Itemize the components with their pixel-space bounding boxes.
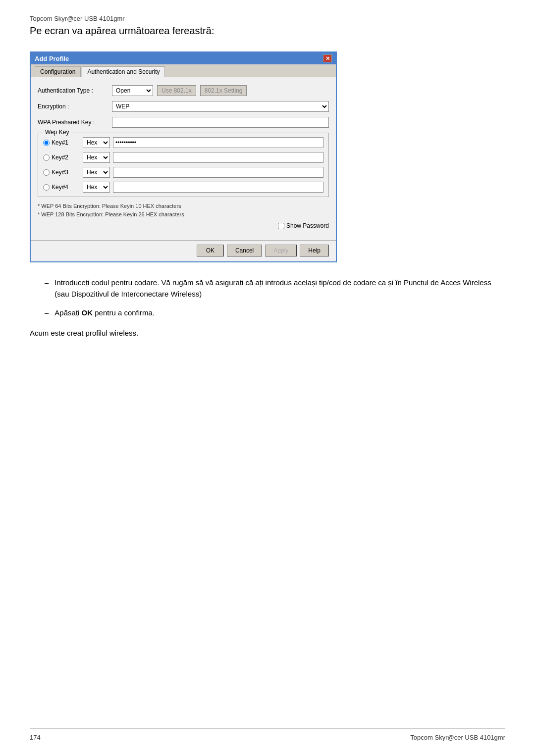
help-button[interactable]: Help [300,245,329,256]
key3-type-select[interactable]: Hex ASCII [83,167,110,178]
bullet-text-2: Apăsați OK pentru a confirma. [54,307,155,319]
encryption-label: Encryption : [38,103,112,110]
encryption-controls: WEP None TKIP AES [112,101,329,112]
wpa-label: WPA Preshared Key : [38,119,112,126]
wep-group-legend: Wep Key [43,129,71,136]
use-802x-button[interactable]: Use 802.1x [157,85,196,96]
page-footer: 174 Topcom Skyr@cer USB 4101gmr [30,728,505,741]
wep-key4-row: Key#4 Hex ASCII [43,182,323,193]
auth-type-select[interactable]: Open Shared WPA-PSK [112,85,153,96]
footer-page-number: 174 [30,734,41,741]
dialog-tabs: Configuration Authentication and Securit… [31,64,336,77]
bullet-item-2: – Apăsați OK pentru a confirma. [45,307,505,319]
auth-type-row: Authentication Type : Open Shared WPA-PS… [38,85,329,96]
wpa-input[interactable] [112,117,329,128]
dialog-footer: OK Cancel Apply Help [31,240,336,261]
key4-radio[interactable] [43,184,50,191]
bullet-item-1: – Introduceți codul pentru codare. Vă ru… [45,277,505,300]
brand-header: Topcom Skyr@cer USB 4101gmr [30,15,505,22]
dash-1: – [45,277,49,289]
dialog-close-button[interactable]: ✕ [323,54,332,62]
show-password-checkbox[interactable] [278,223,284,229]
wep-key-group: Wep Key Key#1 Hex ASCII Key#2 [38,133,329,197]
bullet-list: – Introduceți codul pentru codare. Vă ru… [45,277,505,319]
dialog-body: Authentication Type : Open Shared WPA-PS… [31,77,336,240]
wep-key2-row: Key#2 Hex ASCII [43,152,323,163]
key1-input[interactable] [113,137,323,148]
key3-radio-label[interactable]: Key#3 [43,169,83,176]
key2-input[interactable] [113,152,323,163]
show-password-label: Show Password [286,222,329,229]
show-password-row: Show Password [38,222,329,229]
encryption-select[interactable]: WEP None TKIP AES [112,101,329,112]
key4-input[interactable] [113,182,323,193]
wep-key3-row: Key#3 Hex ASCII [43,167,323,178]
encryption-row: Encryption : WEP None TKIP AES [38,101,329,112]
bullet-text-1: Introduceți codul pentru codare. Vă rugă… [54,277,505,300]
key2-radio-label[interactable]: Key#2 [43,154,83,161]
page-subtitle: Pe ecran va apărea următoarea fereastră: [30,25,505,37]
tab-authentication-security[interactable]: Authentication and Security [82,66,165,77]
dialog-title: Add Profile [35,55,69,62]
key4-type-select[interactable]: Hex ASCII [83,182,110,193]
hint-line2: * WEP 128 Bits Encryption: Please Keyin … [38,210,329,219]
bottom-text: Acum este creat profilul wireless. [30,329,505,337]
key4-radio-label[interactable]: Key#4 [43,184,83,191]
key3-input[interactable] [113,167,323,178]
hint-block: * WEP 64 Bits Encryption: Please Keyin 1… [38,202,329,218]
apply-button[interactable]: Apply [265,245,297,256]
key2-type-select[interactable]: Hex ASCII [83,152,110,163]
tab-configuration[interactable]: Configuration [35,66,81,77]
cancel-button[interactable]: Cancel [227,245,262,256]
ok-button[interactable]: OK [197,245,224,256]
footer-brand: Topcom Skyr@cer USB 4101gmr [410,734,505,741]
key1-type-select[interactable]: Hex ASCII [83,137,110,148]
hint-line1: * WEP 64 Bits Encryption: Please Keyin 1… [38,202,329,210]
dash-2: – [45,307,49,319]
key1-radio[interactable] [43,140,50,146]
802x-setting-button[interactable]: 802.1x Setting [200,85,247,96]
ok-bold: OK [82,308,93,317]
wpa-row: WPA Preshared Key : [38,117,329,128]
key2-radio[interactable] [43,154,50,161]
auth-type-controls: Open Shared WPA-PSK Use 802.1x 802.1x Se… [112,85,329,96]
auth-type-label: Authentication Type : [38,87,112,94]
wep-key1-row: Key#1 Hex ASCII [43,137,323,148]
add-profile-dialog: Add Profile ✕ Configuration Authenticati… [30,51,337,262]
dialog-titlebar: Add Profile ✕ [31,52,336,64]
key3-radio[interactable] [43,169,50,176]
key1-radio-label[interactable]: Key#1 [43,139,83,146]
